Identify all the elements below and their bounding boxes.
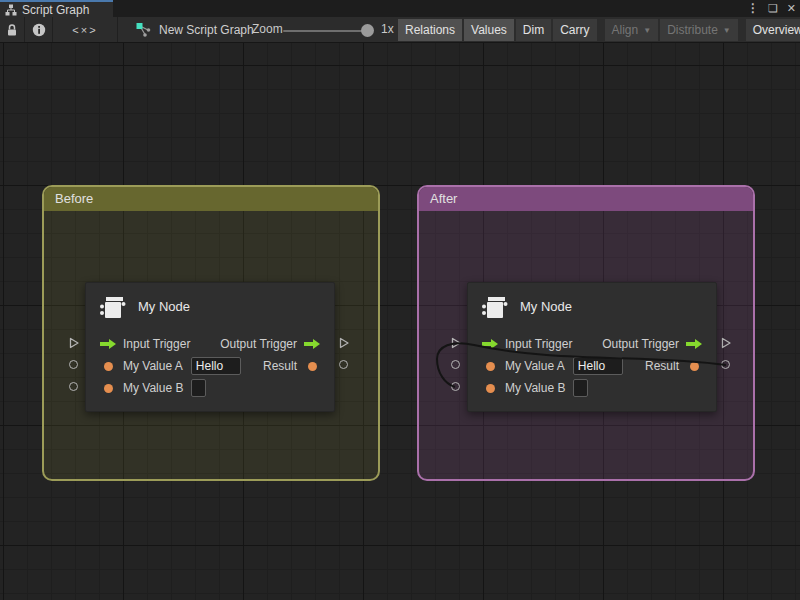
value-input-icon bbox=[480, 384, 500, 393]
carry-button[interactable]: Carry bbox=[553, 19, 596, 41]
value-a-port[interactable] bbox=[451, 360, 460, 369]
relations-button[interactable]: Relations bbox=[398, 19, 462, 41]
info-button[interactable] bbox=[25, 17, 53, 42]
script-graph-icon bbox=[5, 4, 17, 16]
result-label: Result bbox=[263, 359, 297, 373]
value-a-port[interactable] bbox=[69, 360, 78, 369]
output-trigger-label: Output Trigger bbox=[602, 337, 679, 351]
unit-node-icon bbox=[98, 293, 128, 323]
value-b-label: My Value B bbox=[505, 381, 565, 395]
script-graph-window: Script Graph ⋮ ❏ ✕ <×> bbox=[0, 0, 800, 600]
code-preview-button[interactable]: <×> bbox=[53, 17, 118, 42]
output-trigger-port[interactable] bbox=[720, 337, 732, 349]
value-b-port[interactable] bbox=[451, 382, 460, 391]
titlebar: Script Graph ⋮ ❏ ✕ bbox=[0, 0, 800, 17]
value-b-field[interactable] bbox=[573, 379, 588, 397]
group-before-header[interactable]: Before bbox=[44, 187, 378, 211]
zoom-label: Zoom bbox=[252, 17, 283, 42]
zoom-slider-handle[interactable] bbox=[361, 24, 374, 37]
value-output-icon bbox=[302, 362, 322, 371]
window-controls: ⋮ ❏ ✕ bbox=[747, 0, 796, 17]
value-a-row: My Value A Result bbox=[480, 355, 704, 377]
overview-button[interactable]: Overview bbox=[746, 19, 800, 41]
input-trigger-label: Input Trigger bbox=[123, 337, 190, 351]
value-b-port[interactable] bbox=[69, 382, 78, 391]
chevron-down-icon: ▼ bbox=[723, 26, 731, 35]
value-output-icon bbox=[684, 362, 704, 371]
distribute-dropdown[interactable]: Distribute ▼ bbox=[660, 19, 738, 41]
my-node[interactable]: My Node Input Trigger Output Trigger My … bbox=[467, 282, 717, 412]
window-close-button[interactable]: ✕ bbox=[787, 0, 796, 17]
output-trigger-port[interactable] bbox=[338, 337, 350, 349]
values-button[interactable]: Values bbox=[464, 19, 514, 41]
value-a-row: My Value A Result bbox=[98, 355, 322, 377]
graph-canvas[interactable]: Before After bbox=[0, 43, 800, 600]
window-maximize-button[interactable]: ❏ bbox=[768, 0, 778, 17]
value-a-field[interactable] bbox=[573, 357, 623, 375]
value-input-icon bbox=[98, 384, 118, 393]
toolbar-buttons: Relations Values Dim Carry Align ▼ Distr… bbox=[398, 19, 800, 41]
result-label: Result bbox=[645, 359, 679, 373]
chevron-down-icon: ▼ bbox=[643, 26, 651, 35]
graph-name: New Script Graph bbox=[136, 17, 254, 42]
trigger-row: Input Trigger Output Trigger bbox=[98, 333, 322, 355]
value-input-icon bbox=[98, 362, 118, 371]
lock-button[interactable] bbox=[0, 17, 25, 42]
lock-icon bbox=[6, 23, 18, 37]
value-b-row: My Value B bbox=[98, 377, 322, 399]
control-output-icon bbox=[302, 338, 322, 350]
tab-label: Script Graph bbox=[22, 3, 89, 17]
graph-name-label: New Script Graph bbox=[159, 23, 254, 37]
node-title: My Node bbox=[138, 283, 190, 331]
my-node[interactable]: My Node Input Trigger Output Trigger My … bbox=[85, 282, 335, 412]
code-preview-icon: <×> bbox=[72, 24, 97, 36]
value-a-label: My Value A bbox=[123, 359, 183, 373]
trigger-row: Input Trigger Output Trigger bbox=[480, 333, 704, 355]
window-menu-button[interactable]: ⋮ bbox=[747, 0, 759, 17]
node-before: My Node Input Trigger Output Trigger My … bbox=[64, 282, 356, 412]
result-port[interactable] bbox=[339, 360, 348, 369]
result-port[interactable] bbox=[721, 360, 730, 369]
tab-script-graph[interactable]: Script Graph bbox=[0, 0, 113, 17]
control-input-icon bbox=[98, 338, 118, 350]
align-dropdown[interactable]: Align ▼ bbox=[605, 19, 659, 41]
output-trigger-label: Output Trigger bbox=[220, 337, 297, 351]
value-input-icon bbox=[480, 362, 500, 371]
zoom-slider-track[interactable] bbox=[283, 30, 367, 32]
value-b-field[interactable] bbox=[191, 379, 206, 397]
zoom-value: 1x bbox=[381, 17, 394, 42]
node-after: My Node Input Trigger Output Trigger My … bbox=[446, 282, 738, 412]
value-b-row: My Value B bbox=[480, 377, 704, 399]
node-header: My Node bbox=[86, 283, 334, 331]
value-a-field[interactable] bbox=[191, 357, 241, 375]
new-script-graph-icon bbox=[136, 22, 152, 37]
input-trigger-port[interactable] bbox=[450, 337, 462, 349]
unit-node-icon bbox=[480, 293, 510, 323]
control-output-icon bbox=[684, 338, 704, 350]
info-icon bbox=[32, 23, 46, 37]
graph-toolbar: <×> New Script Graph Zoom 1x Relations V… bbox=[0, 17, 800, 43]
group-after-header[interactable]: After bbox=[419, 187, 753, 211]
node-header: My Node bbox=[468, 283, 716, 331]
node-title: My Node bbox=[520, 283, 572, 331]
control-input-icon bbox=[480, 338, 500, 350]
value-a-label: My Value A bbox=[505, 359, 565, 373]
input-trigger-label: Input Trigger bbox=[505, 337, 572, 351]
dim-button[interactable]: Dim bbox=[516, 19, 551, 41]
input-trigger-port[interactable] bbox=[68, 337, 80, 349]
value-b-label: My Value B bbox=[123, 381, 183, 395]
